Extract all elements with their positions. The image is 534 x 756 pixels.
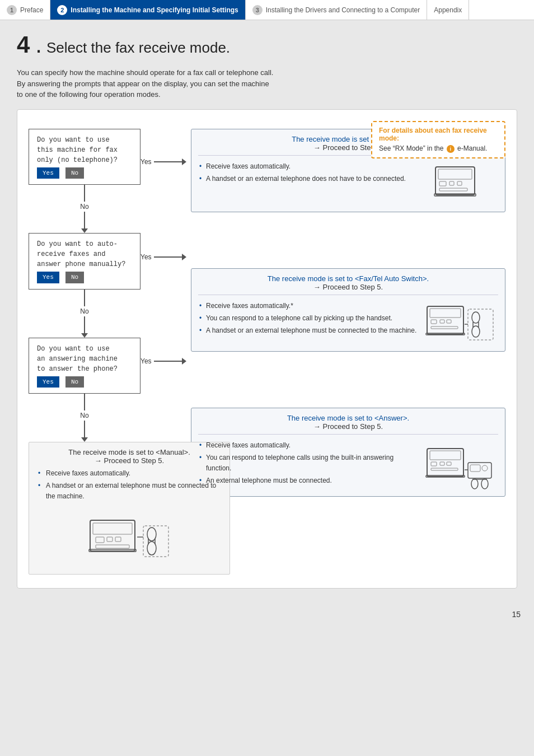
- no-btn-3: No: [65, 376, 84, 388]
- tip-icon: i: [447, 145, 455, 153]
- svg-point-45: [481, 479, 488, 489]
- step-number: 4: [17, 33, 30, 57]
- no-label-2: No: [80, 307, 88, 315]
- left-flow-column: Do you want to use this machine for fax …: [29, 129, 185, 575]
- right-flow-column: The receive mode is set to <Auto>. → Pro…: [185, 129, 505, 575]
- nav-item-preface[interactable]: 1 Preface: [0, 0, 50, 20]
- yes-label-1: Yes: [140, 158, 152, 166]
- nav-label-installing: Installing the Machine and Specifying In…: [71, 6, 238, 14]
- decision-2: Do you want to auto- receive faxes and a…: [29, 233, 185, 338]
- decision-box-2: Do you want to auto- receive faxes and a…: [29, 233, 140, 290]
- result-faxtel: The receive mode is set to <Fax/Tel Auto…: [191, 268, 505, 352]
- auto-bullet-1: Receive faxes automatically.: [199, 161, 419, 172]
- nav-item-installing[interactable]: 2 Installing the Machine and Specifying …: [50, 0, 245, 20]
- svg-rect-23: [440, 320, 444, 323]
- no-btn-1: No: [65, 167, 84, 179]
- yes-btn-3: Yes: [37, 376, 59, 388]
- nav-item-appendix[interactable]: Appendix: [427, 0, 469, 20]
- navigation-bar: 1 Preface 2 Installing the Machine and S…: [0, 0, 534, 20]
- svg-rect-4: [115, 537, 121, 542]
- answer-bullet-2: You can respond to telephone calls using…: [199, 452, 419, 474]
- auto-bullet-2: A handset or an external telephone does …: [199, 174, 419, 184]
- svg-rect-18: [439, 188, 467, 191]
- faxtel-bullet-2: You can respond to a telephone call by p…: [199, 313, 419, 324]
- manual-header: The receive mode is set to <Manual>. → P…: [38, 448, 221, 465]
- result-faxtel-img: [424, 301, 497, 346]
- result-faxtel-text: Receive faxes automatically.* You can re…: [199, 301, 419, 338]
- result-answer-header: The receive mode is set to <Answer>. → P…: [191, 408, 505, 434]
- main-content: 4 . Select the fax receive mode. You can…: [0, 20, 534, 605]
- svg-point-44: [471, 479, 478, 489]
- manual-bullet-1: Receive faxes automatically.: [38, 468, 221, 479]
- yes-btn-2: Yes: [37, 272, 59, 283]
- svg-rect-0: [90, 520, 135, 551]
- down-arrow-2: No: [29, 290, 140, 338]
- svg-rect-3: [107, 537, 113, 542]
- svg-rect-15: [439, 181, 446, 186]
- step-title: Select the fax receive mode.: [46, 39, 230, 57]
- svg-rect-36: [440, 462, 444, 465]
- yes-arrow-3: Yes: [140, 357, 186, 365]
- decision-box-1: Do you want to use this machine for fax …: [29, 129, 140, 185]
- faxtel-svg: [424, 301, 497, 346]
- svg-rect-33: [427, 449, 463, 477]
- svg-point-28: [472, 312, 480, 323]
- result-auto-body: Receive faxes automatically. A handset o…: [191, 159, 505, 212]
- svg-rect-16: [449, 181, 454, 185]
- nav-num-2: 2: [57, 5, 67, 15]
- answer-bullet-1: Receive faxes automatically.: [199, 440, 419, 451]
- manual-bullet-2: A handset or an external telephone must …: [38, 480, 221, 502]
- tip-title: For details about each fax receive mode:: [379, 127, 498, 142]
- svg-rect-22: [431, 320, 437, 324]
- nav-label-drivers: Installing the Drivers and Connecting to…: [266, 6, 420, 14]
- nav-label-preface: Preface: [20, 6, 43, 14]
- step-header: 4 . Select the fax receive mode.: [17, 31, 517, 58]
- manual-body: Receive faxes automatically. A handset o…: [38, 468, 221, 502]
- nav-item-drivers[interactable]: 3 Installing the Drivers and Connecting …: [246, 0, 427, 20]
- svg-rect-41: [470, 465, 480, 472]
- manual-fax-svg: [85, 509, 174, 565]
- no-label-1: No: [80, 203, 88, 211]
- tip-text: See “RX Mode” in the i e-Manual.: [379, 144, 498, 153]
- yes-arrow-1: Yes: [140, 158, 186, 166]
- svg-rect-27: [468, 309, 493, 340]
- nav-num-1: 1: [7, 5, 17, 15]
- svg-rect-14: [438, 169, 472, 179]
- result-answer-text: Receive faxes automatically. You can res…: [199, 440, 419, 488]
- faxtel-bullet-1: Receive faxes automatically.*: [199, 301, 419, 311]
- svg-rect-25: [431, 326, 458, 329]
- svg-rect-2: [96, 537, 104, 543]
- svg-rect-1: [93, 523, 132, 534]
- svg-rect-17: [457, 181, 462, 185]
- svg-rect-24: [447, 320, 451, 323]
- result-answer-body: Receive faxes automatically. You can res…: [191, 438, 505, 496]
- no-label-3: No: [80, 412, 88, 419]
- result-faxtel-body: Receive faxes automatically.* You can re…: [191, 298, 505, 351]
- decision-box-3: Do you want to use an answering machine …: [29, 338, 140, 394]
- step-dot: .: [35, 31, 42, 58]
- decision-1: Do you want to use this machine for fax …: [29, 129, 185, 234]
- answer-svg: [424, 440, 497, 491]
- result-auto-img: [424, 161, 497, 206]
- auto-fax-svg: [433, 161, 489, 206]
- svg-rect-7: [143, 526, 168, 557]
- answer-bullet-3: An external telephone must be connected.: [199, 475, 419, 486]
- tip-box: For details about each fax receive mode:…: [371, 121, 505, 158]
- faxtel-bullet-3: A handset or an external telephone must …: [199, 325, 419, 336]
- page-number: 15: [512, 610, 521, 619]
- svg-rect-37: [447, 462, 451, 465]
- svg-rect-34: [430, 451, 461, 460]
- svg-point-42: [482, 465, 488, 471]
- svg-rect-20: [427, 306, 463, 334]
- no-btn-2: No: [65, 272, 84, 283]
- svg-rect-35: [431, 462, 437, 466]
- diagram-container: For details about each fax receive mode:…: [17, 109, 517, 589]
- result-auto-text: Receive faxes automatically. A handset o…: [199, 161, 419, 186]
- decision-3: Do you want to use an answering machine …: [29, 338, 185, 442]
- yes-arrow-2: Yes: [140, 253, 186, 261]
- result-faxtel-header: The receive mode is set to <Fax/Tel Auto…: [191, 269, 505, 295]
- down-arrow-3: No: [29, 394, 140, 442]
- intro-text: You can specify how the machine should o…: [17, 67, 297, 100]
- yes-btn-1: Yes: [37, 167, 59, 179]
- nav-label-appendix: Appendix: [434, 6, 462, 14]
